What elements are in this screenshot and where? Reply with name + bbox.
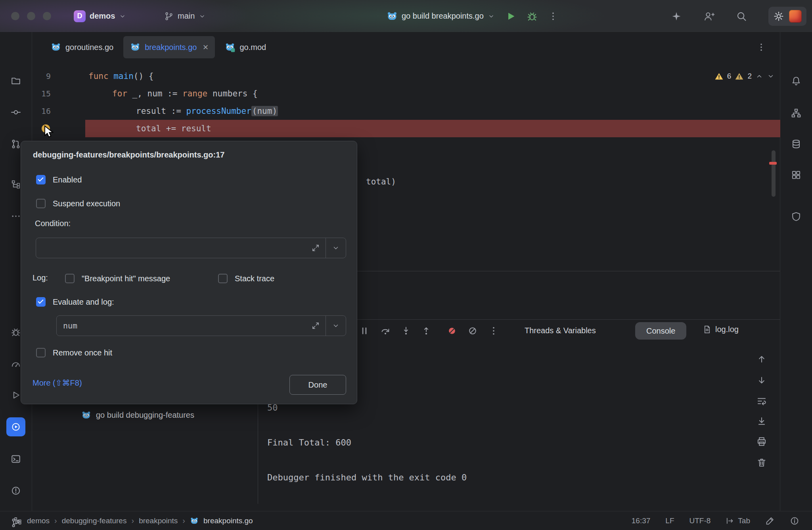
terminal-icon [11, 454, 21, 464]
ide-window: D demos main go build breakpoints.go [0, 0, 812, 530]
close-tab-icon[interactable]: × [203, 42, 208, 52]
more-actions-icon[interactable] [548, 11, 558, 21]
project-icon [11, 76, 21, 86]
code-text: result := processNumber(num) [85, 102, 780, 120]
plugins-icon[interactable] [787, 165, 806, 184]
code-line[interactable]: 9func main() { [32, 67, 780, 85]
gutter[interactable]: 15 [32, 85, 85, 102]
notifications-widget-icon[interactable] [790, 516, 799, 526]
evaluate-row[interactable]: Evaluate and log: [36, 297, 114, 307]
commit-icon[interactable] [6, 103, 25, 122]
enabled-row[interactable]: Enabled [36, 175, 82, 184]
breadcrumb-item[interactable]: debugging-features [62, 517, 127, 525]
problems-icon[interactable] [6, 481, 25, 500]
run-button[interactable] [505, 11, 516, 22]
line-separator-widget[interactable]: LF [665, 517, 674, 525]
clear-console-icon[interactable] [756, 457, 767, 468]
remove-once-checkbox[interactable] [36, 348, 46, 357]
vcs-branch-widget[interactable]: main [160, 7, 210, 26]
condition-input[interactable] [36, 238, 346, 258]
mute-breakpoints-icon[interactable] [447, 326, 457, 336]
debug-process-node[interactable]: go build debugging-features [81, 409, 194, 421]
evaluate-value[interactable]: num [57, 321, 311, 330]
debug-button[interactable] [527, 11, 538, 22]
breadcrumb[interactable]: demos›debugging-features›breakpoints›bre… [0, 516, 253, 525]
stack-trace-checkbox[interactable] [218, 274, 228, 283]
encoding-widget[interactable]: UTF-8 [689, 517, 711, 525]
code-line[interactable]: 16result := processNumber(num) [32, 102, 780, 120]
run-configuration-selector[interactable]: go build breakpoints.go [387, 7, 495, 26]
log-hit-checkbox[interactable] [65, 274, 75, 283]
search-everywhere-icon[interactable] [736, 11, 747, 22]
mute-renderers-icon[interactable] [467, 326, 478, 336]
breadcrumb-item[interactable]: breakpoints [139, 517, 178, 525]
evaluate-input[interactable]: num [56, 315, 346, 336]
editor-tab-breakpoints.go[interactable]: breakpoints.go× [123, 36, 215, 58]
previous-problem-icon[interactable] [755, 72, 763, 80]
suspend-row[interactable]: Suspend execution [36, 199, 120, 208]
tab-threads-variables[interactable]: Threads & Variables [525, 326, 596, 335]
stack-trace-row[interactable]: Stack trace [218, 274, 274, 283]
add-user-icon[interactable] [703, 11, 714, 22]
gutter[interactable]: 16 [32, 102, 85, 120]
tab-options-icon[interactable] [756, 42, 766, 52]
evaluate-checkbox[interactable] [36, 297, 46, 307]
indent-widget[interactable]: Tab [726, 517, 750, 525]
step-into-icon[interactable] [401, 326, 411, 336]
step-out-icon[interactable] [421, 326, 431, 336]
debug-icon[interactable] [6, 417, 25, 436]
log-tab-label: log.log [715, 325, 739, 334]
inspections-widget[interactable]: 6 2 [714, 67, 775, 85]
console-output[interactable]: 50 Final Total: 600 Debugger finished wi… [267, 399, 467, 486]
project-widget[interactable]: D demos [70, 7, 130, 26]
scroll-down-icon[interactable] [756, 375, 767, 386]
soft-wrap-icon[interactable] [756, 396, 767, 406]
user-avatar[interactable] [789, 10, 802, 23]
cursor-position-widget[interactable]: 16:37 [632, 517, 651, 525]
minimize-window-button[interactable] [27, 12, 35, 20]
database-icon[interactable] [787, 134, 806, 154]
editor-tab-goroutines.go[interactable]: goroutines.go [44, 36, 120, 58]
evaluate-history-dropdown[interactable] [326, 316, 346, 336]
expand-editor-icon[interactable] [311, 244, 320, 252]
close-window-button[interactable] [11, 12, 19, 20]
done-button[interactable]: Done [289, 375, 346, 395]
gutter[interactable] [32, 120, 85, 137]
pause-icon[interactable] [359, 326, 370, 336]
notifications-icon[interactable] [787, 71, 806, 90]
code-line[interactable]: 15for _, num := range numbers { [32, 85, 780, 102]
security-icon[interactable] [787, 207, 806, 226]
error-stripe-mark[interactable] [769, 162, 777, 165]
settings-gear-icon[interactable] [773, 11, 784, 22]
more-settings-link[interactable]: More (⇧⌘F8) [33, 378, 82, 388]
editor-tab-go.mod[interactable]: go.mod [218, 36, 273, 58]
next-problem-icon[interactable] [767, 72, 775, 80]
code-line[interactable]: total += result [32, 120, 780, 137]
scroll-up-icon[interactable] [756, 354, 767, 364]
ai-assistant-icon[interactable] [787, 104, 806, 123]
condition-history-dropdown[interactable] [326, 238, 346, 258]
terminal-icon[interactable] [6, 449, 25, 469]
breadcrumb-item[interactable]: demos [27, 517, 50, 525]
remove-once-row[interactable]: Remove once hit [36, 348, 112, 357]
log-hit-row[interactable]: "Breakpoint hit" message [65, 274, 170, 283]
scroll-to-end-icon[interactable] [756, 416, 767, 426]
tab-console[interactable]: Console [635, 322, 686, 340]
tab-log-file[interactable]: log.log [703, 325, 739, 334]
weak-warning-icon [735, 72, 744, 81]
ai-assistant-icon[interactable] [671, 11, 682, 22]
editor-scrollbar[interactable] [772, 150, 776, 197]
enabled-checkbox[interactable] [36, 175, 46, 184]
readonly-toggle-icon[interactable] [765, 516, 775, 526]
breadcrumb-item[interactable]: breakpoints.go [203, 517, 253, 525]
step-over-icon[interactable] [380, 326, 391, 336]
line-number: 9 [32, 71, 51, 81]
expand-editor-icon[interactable] [311, 321, 320, 330]
more-options-icon[interactable] [488, 326, 499, 336]
zoom-window-button[interactable] [43, 12, 51, 20]
chevron-down-icon [332, 322, 340, 330]
project-icon[interactable] [6, 71, 25, 90]
print-icon[interactable] [756, 436, 767, 447]
suspend-checkbox[interactable] [36, 199, 46, 208]
gutter[interactable]: 9 [32, 67, 85, 85]
